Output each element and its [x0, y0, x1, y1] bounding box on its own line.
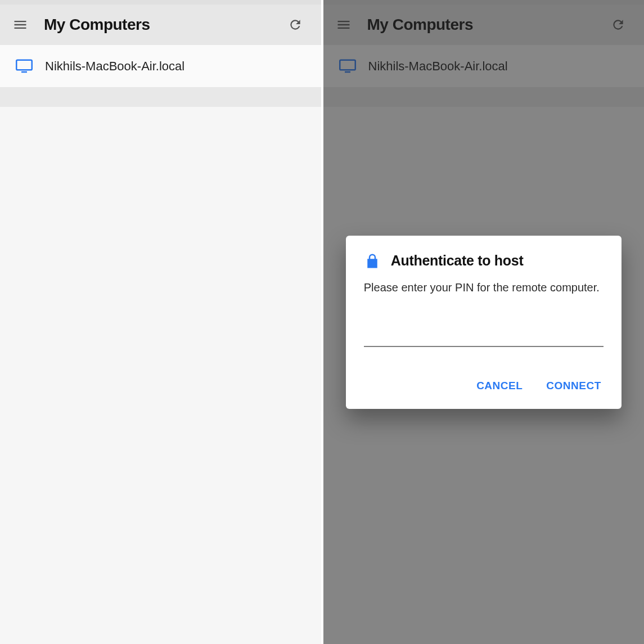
computer-name: Nikhils-MacBook-Air.local [45, 59, 184, 74]
pin-input[interactable] [364, 322, 604, 347]
computer-row[interactable]: Nikhils-MacBook-Air.local [0, 45, 321, 88]
cancel-button[interactable]: CANCEL [474, 376, 525, 395]
refresh-button[interactable] [283, 4, 308, 45]
monitor-icon [16, 59, 33, 74]
screen-computer-list: My Computers Nikhils-MacBook-Air.local [0, 0, 322, 644]
connect-button[interactable]: CONNECT [544, 376, 603, 395]
dialog-title: Authenticate to host [391, 253, 524, 269]
bottom-bar [0, 88, 321, 107]
page-title: My Computers [44, 16, 150, 34]
lock-icon [364, 253, 381, 269]
status-bar-placeholder [0, 0, 321, 4]
svg-rect-0 [16, 60, 32, 70]
menu-button[interactable] [8, 4, 33, 45]
hamburger-icon [12, 17, 28, 33]
svg-rect-1 [21, 71, 27, 73]
computer-icon [13, 59, 35, 74]
dialog-message: Please enter your PIN for the remote com… [364, 280, 604, 295]
refresh-icon [288, 17, 303, 32]
authenticate-dialog: Authenticate to host Please enter your P… [346, 236, 622, 409]
app-toolbar: My Computers [0, 4, 321, 45]
dialog-actions: CANCEL CONNECT [364, 376, 604, 399]
screen-authenticate: My Computers Nikhils-MacBook-Air.local [322, 0, 645, 644]
computer-list: Nikhils-MacBook-Air.local [0, 45, 321, 88]
